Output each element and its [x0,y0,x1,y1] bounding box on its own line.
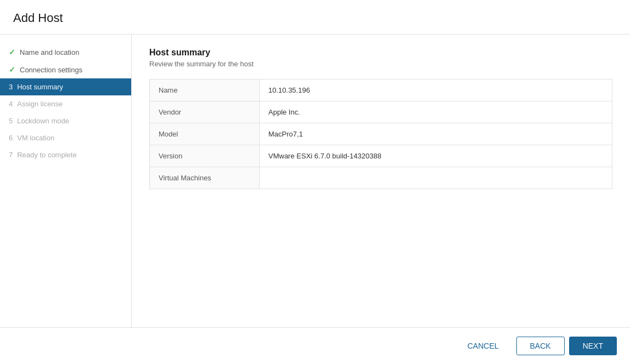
add-host-dialog: Add Host ✓Name and location✓Connection s… [0,0,630,364]
summary-table: Name10.10.35.196VendorApple Inc.ModelMac… [149,79,612,189]
table-cell-label: Name [150,79,260,101]
sidebar-item-lockdown-mode: 5Lockdown mode [0,112,131,129]
table-cell-label: Model [150,123,260,145]
table-cell-label: Vendor [150,101,260,123]
main-content: Host summary Review the summary for the … [132,35,630,327]
dialog-header: Add Host [0,0,630,35]
back-button[interactable]: BACK [516,337,565,355]
step-number: 4 [9,100,13,108]
sidebar-item-assign-license: 4Assign license [0,95,131,112]
dialog-body: ✓Name and location✓Connection settings3H… [0,35,630,327]
table-cell-value: Apple Inc. [260,101,612,123]
step-number: 7 [9,151,13,159]
next-button[interactable]: NEXT [569,337,617,355]
table-row: VendorApple Inc. [150,101,612,123]
sidebar-item-label: Host summary [17,83,63,91]
sidebar-item-host-summary[interactable]: 3Host summary [0,78,131,95]
table-cell-label: Version [150,145,260,167]
sidebar-item-label: Lockdown mode [17,117,69,125]
cancel-button[interactable]: CANCEL [454,337,512,355]
step-number: 6 [9,134,13,142]
sidebar-item-label: Ready to complete [17,151,76,159]
table-row: VersionVMware ESXi 6.7.0 build-14320388 [150,145,612,167]
table-cell-value: MacPro7,1 [260,123,612,145]
sidebar-item-connection-settings[interactable]: ✓Connection settings [0,61,131,78]
table-row: ModelMacPro7,1 [150,123,612,145]
sidebar-item-ready-to-complete: 7Ready to complete [0,146,131,163]
table-row: Virtual Machines [150,167,612,189]
table-cell-value [260,167,612,189]
check-icon: ✓ [9,48,15,56]
sidebar-item-name-location[interactable]: ✓Name and location [0,43,131,61]
step-number: 5 [9,117,13,125]
sidebar-item-label: Connection settings [20,66,82,74]
table-row: Name10.10.35.196 [150,79,612,101]
sidebar-item-label: Name and location [20,48,79,56]
table-cell-label: Virtual Machines [150,167,260,189]
dialog-footer: CANCEL BACK NEXT [0,327,630,364]
sidebar: ✓Name and location✓Connection settings3H… [0,35,132,327]
table-cell-value: VMware ESXi 6.7.0 build-14320388 [260,145,612,167]
step-number: 3 [9,83,13,91]
check-icon: ✓ [9,65,15,74]
table-cell-value: 10.10.35.196 [260,79,612,101]
dialog-title: Add Host [13,11,617,25]
sidebar-item-label: VM location [17,134,54,142]
section-subtitle: Review the summary for the host [149,60,612,68]
sidebar-item-label: Assign license [17,100,63,108]
section-title: Host summary [149,48,612,58]
sidebar-item-vm-location: 6VM location [0,129,131,146]
